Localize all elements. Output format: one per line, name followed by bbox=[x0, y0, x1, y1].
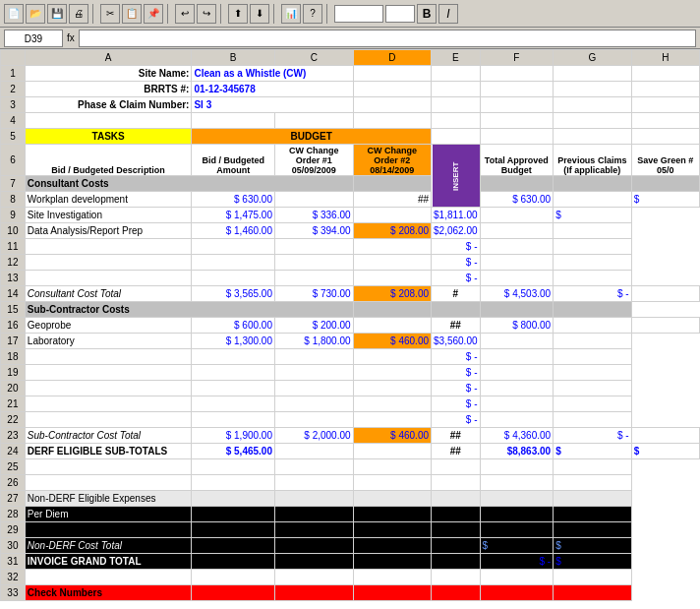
col-header-f[interactable]: F bbox=[480, 50, 554, 66]
sort-asc-icon[interactable]: ⬆ bbox=[228, 4, 248, 24]
cell-a10[interactable]: Data Analysis/Report Prep bbox=[25, 223, 192, 239]
cell-a2[interactable]: BRRTS #: bbox=[25, 82, 192, 97]
cell-c8[interactable] bbox=[274, 192, 353, 208]
col-header-b[interactable]: B bbox=[192, 50, 275, 66]
cell-g14[interactable]: $ - bbox=[554, 286, 632, 302]
cell-g13[interactable] bbox=[480, 271, 554, 286]
cell-g17[interactable] bbox=[480, 334, 554, 349]
col-header-e[interactable]: E bbox=[432, 50, 481, 66]
cell-d2[interactable] bbox=[353, 82, 431, 97]
cell-c4[interactable] bbox=[274, 113, 353, 129]
cell-e2[interactable] bbox=[432, 82, 481, 97]
italic-button[interactable]: I bbox=[438, 4, 458, 24]
cell-b27[interactable] bbox=[192, 491, 275, 507]
cell-h1[interactable] bbox=[631, 66, 699, 82]
cell-h15[interactable] bbox=[554, 302, 632, 318]
formula-input[interactable] bbox=[79, 30, 696, 47]
font-selector[interactable]: Arial bbox=[334, 5, 383, 23]
cell-a6[interactable]: Bid / Budgeted Description bbox=[25, 145, 192, 176]
cell-f7[interactable] bbox=[480, 176, 554, 192]
cell-f11[interactable]: $ - bbox=[432, 239, 481, 255]
cell-f27[interactable] bbox=[432, 491, 481, 507]
cell-d1[interactable] bbox=[353, 66, 431, 82]
font-size-selector[interactable]: 10 bbox=[385, 5, 415, 23]
cell-g8[interactable] bbox=[554, 192, 632, 208]
cell-b11[interactable] bbox=[192, 239, 275, 255]
cell-d6[interactable]: CW Change Order #2 08/14/2009 bbox=[353, 145, 431, 176]
cell-c17[interactable]: $ 1,800.00 bbox=[274, 334, 353, 349]
cell-f14[interactable]: $ 4,503.00 bbox=[480, 286, 554, 302]
cell-d15[interactable] bbox=[353, 302, 431, 318]
cell-h33[interactable] bbox=[554, 585, 632, 601]
cell-h8[interactable]: $ bbox=[631, 192, 699, 208]
cell-d16[interactable] bbox=[353, 318, 431, 334]
cell-a4[interactable] bbox=[25, 113, 192, 129]
cell-c6[interactable]: CW Change Order #1 05/09/2009 bbox=[274, 145, 353, 176]
cell-c23[interactable]: $ 2,000.00 bbox=[274, 428, 353, 444]
cell-g24[interactable]: $ bbox=[554, 444, 632, 459]
col-header-h[interactable]: H bbox=[631, 50, 699, 66]
cell-b16[interactable]: $ 600.00 bbox=[192, 318, 275, 334]
cell-g9[interactable] bbox=[480, 208, 554, 223]
cell-b13[interactable] bbox=[192, 271, 275, 286]
cell-c27[interactable] bbox=[274, 491, 353, 507]
cell-d7[interactable] bbox=[353, 176, 431, 192]
cell-a3[interactable]: Phase & Claim Number: bbox=[25, 97, 192, 113]
save-icon[interactable]: 💾 bbox=[47, 4, 67, 24]
cell-c29[interactable] bbox=[274, 522, 353, 538]
redo-icon[interactable]: ↪ bbox=[197, 4, 216, 24]
cell-h23[interactable] bbox=[631, 428, 699, 444]
cell-g7[interactable] bbox=[554, 176, 632, 192]
cell-a29[interactable] bbox=[25, 522, 192, 538]
cell-a5-tasks[interactable]: TASKS bbox=[25, 129, 192, 145]
new-icon[interactable]: 📄 bbox=[4, 4, 24, 24]
cell-a12[interactable] bbox=[25, 255, 192, 271]
sort-desc-icon[interactable]: ⬇ bbox=[250, 4, 269, 24]
cell-h17[interactable] bbox=[554, 334, 632, 349]
cell-g5[interactable] bbox=[554, 129, 632, 145]
cell-c24[interactable] bbox=[274, 444, 353, 459]
cell-h27[interactable] bbox=[554, 491, 632, 507]
cell-g4[interactable] bbox=[554, 113, 632, 129]
cell-a11[interactable] bbox=[25, 239, 192, 255]
cell-d9[interactable] bbox=[353, 208, 431, 223]
cell-f16[interactable]: $ 800.00 bbox=[480, 318, 554, 334]
cell-g28[interactable] bbox=[480, 507, 554, 522]
cell-b9[interactable]: $ 1,475.00 bbox=[192, 208, 275, 223]
cell-b30[interactable] bbox=[192, 538, 275, 554]
cell-h5[interactable] bbox=[631, 129, 699, 145]
cell-c16[interactable]: $ 200.00 bbox=[274, 318, 353, 334]
cut-icon[interactable]: ✂ bbox=[100, 4, 120, 24]
cell-a15[interactable]: Sub-Contractor Costs bbox=[25, 302, 353, 318]
cell-b28[interactable] bbox=[192, 507, 275, 522]
cell-c31[interactable] bbox=[274, 554, 353, 570]
cell-g6[interactable]: Previous Claims (If applicable) bbox=[554, 145, 632, 176]
cell-d11[interactable] bbox=[353, 239, 431, 255]
cell-c33[interactable] bbox=[274, 585, 353, 601]
cell-h13[interactable] bbox=[554, 271, 632, 286]
cell-g15[interactable] bbox=[480, 302, 554, 318]
cell-a33[interactable]: Check Numbers bbox=[25, 585, 192, 601]
col-header-c[interactable]: C bbox=[274, 50, 353, 66]
cell-g1[interactable] bbox=[554, 66, 632, 82]
print-icon[interactable]: 🖨 bbox=[69, 4, 88, 24]
cell-d14[interactable]: $ 208.00 bbox=[353, 286, 431, 302]
cell-f9[interactable]: $1,811.00 bbox=[432, 208, 481, 223]
cell-h2[interactable] bbox=[631, 82, 699, 97]
col-header-a[interactable]: A bbox=[25, 50, 192, 66]
cell-e1[interactable] bbox=[432, 66, 481, 82]
cell-d28[interactable] bbox=[353, 507, 431, 522]
cell-g16[interactable] bbox=[554, 318, 632, 334]
cell-b8[interactable]: $ 630.00 bbox=[192, 192, 275, 208]
cell-c9[interactable]: $ 336.00 bbox=[274, 208, 353, 223]
cell-h16[interactable] bbox=[631, 318, 699, 334]
cell-c12[interactable] bbox=[274, 255, 353, 271]
cell-h28[interactable] bbox=[554, 507, 632, 522]
help-icon[interactable]: ? bbox=[303, 4, 322, 24]
cell-h14[interactable] bbox=[631, 286, 699, 302]
cell-h6[interactable]: Save Green # 05/0 bbox=[631, 145, 699, 176]
cell-b6[interactable]: Bid / Budgeted Amount bbox=[192, 145, 275, 176]
cell-f10[interactable]: $2,062.00 bbox=[432, 223, 481, 239]
cell-a28[interactable]: Per Diem bbox=[25, 507, 192, 522]
paste-icon[interactable]: 📌 bbox=[144, 4, 163, 24]
